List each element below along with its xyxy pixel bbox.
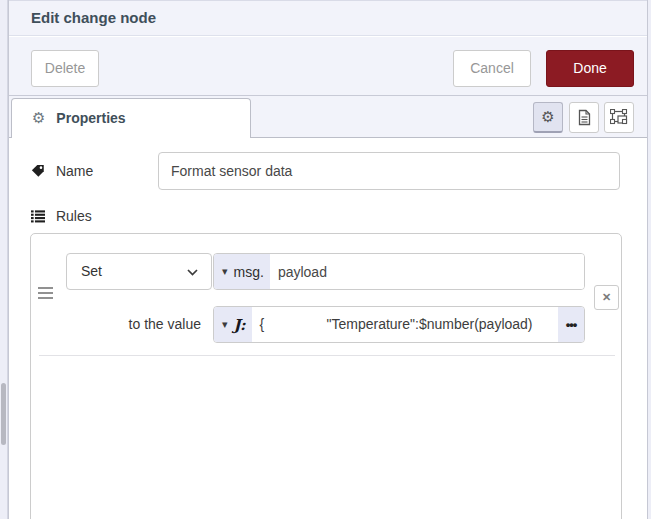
delete-button[interactable]: Delete xyxy=(31,50,99,87)
name-input[interactable] xyxy=(158,152,620,190)
rule-target-typed-input: ▾ msg. xyxy=(213,253,585,290)
rule-value-expression-input[interactable]: { "Temperature":$number(payload) xyxy=(252,307,558,342)
rule-value-type-button[interactable]: ▾ J: xyxy=(214,307,252,342)
tag-icon xyxy=(31,163,56,179)
tab-properties-label: Properties xyxy=(56,110,125,126)
gear-icon: ⚙ xyxy=(32,109,45,127)
dialog-header: Edit change node xyxy=(9,0,647,36)
drag-handle-icon[interactable] xyxy=(38,287,55,303)
jsonata-expression-icon: J: xyxy=(234,316,246,334)
chevron-down-icon xyxy=(187,269,198,276)
appearance-button[interactable] xyxy=(604,102,634,133)
tab-bar: ⚙ Properties ⚙ xyxy=(9,96,647,138)
close-icon: ✕ xyxy=(602,291,611,303)
node-appearance-icon xyxy=(610,112,629,129)
tab-properties[interactable]: ⚙ Properties xyxy=(11,98,251,138)
caret-down-icon: ▾ xyxy=(222,319,228,330)
rule-action-value: Set xyxy=(81,263,102,279)
expand-expression-button[interactable]: ••• xyxy=(558,307,584,342)
to-the-value-label: to the value xyxy=(51,306,213,343)
rule-value-typed-input: ▾ J: { "Temperature":$number(payload) ••… xyxy=(213,306,585,343)
document-icon xyxy=(578,112,591,129)
list-icon xyxy=(31,208,56,224)
name-field-label: Name xyxy=(31,152,93,190)
rule-target-property-input[interactable] xyxy=(270,254,584,289)
dialog-toolbar: Delete Cancel Done xyxy=(9,37,647,96)
description-button[interactable] xyxy=(569,102,599,133)
rules-section-label: Rules xyxy=(31,206,92,226)
properties-view-button[interactable]: ⚙ xyxy=(533,102,563,133)
caret-down-icon: ▾ xyxy=(222,266,228,277)
workspace-scroll-gutter xyxy=(0,0,8,519)
remove-rule-button[interactable]: ✕ xyxy=(594,285,619,310)
done-button[interactable]: Done xyxy=(546,50,634,87)
gear-icon: ⚙ xyxy=(541,108,554,126)
rule-separator xyxy=(39,355,615,356)
dialog-title: Edit change node xyxy=(9,1,647,35)
rule-target-type-button[interactable]: ▾ msg. xyxy=(214,254,270,289)
rule-action-select[interactable]: Set xyxy=(66,253,212,290)
scrollbar-thumb[interactable] xyxy=(1,383,6,445)
rule-target-type-label: msg. xyxy=(234,264,264,280)
cancel-button[interactable]: Cancel xyxy=(453,50,531,87)
edit-change-node-dialog: Edit change node Delete Cancel Done ⚙ Pr… xyxy=(8,0,648,519)
rules-list: Set ▾ msg. to the value ▾ J: { xyxy=(30,233,622,519)
